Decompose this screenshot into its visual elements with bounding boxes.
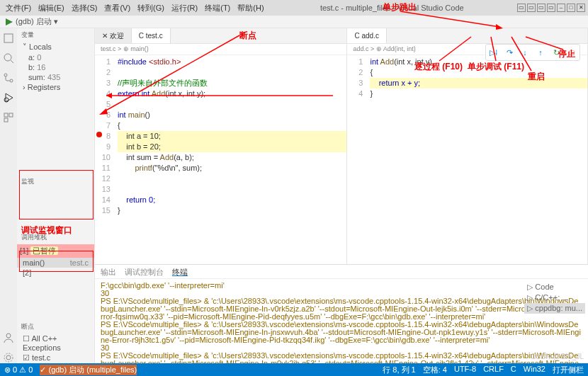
anno-watch-box [19,170,94,220]
stop-button[interactable]: □ [565,46,578,59]
layout-icon[interactable]: ▭ [527,4,536,12]
svg-rect-1 [4,34,13,42]
window-controls: ▭ ▭ ▭ ▭ – □ ✕ [517,4,585,12]
layout-icon[interactable]: ▭ [537,4,545,12]
status-sidebar[interactable]: 打开侧栏 [553,365,584,375]
svg-point-13 [4,353,13,362]
scm-icon[interactable] [3,72,14,84]
var-sum[interactable]: sum: 435 [17,72,94,82]
breakpoint-marker[interactable] [96,132,102,137]
svg-line-3 [11,60,13,63]
term-item[interactable]: ▷ cppdbg: mu... [524,303,585,314]
svg-marker-0 [6,18,13,25]
activity-bar [0,28,17,363]
menu-run[interactable]: 运行(R) [169,1,200,15]
var-b[interactable]: b: 16 [17,62,94,72]
breakpoints-section[interactable]: 断点 [17,320,94,334]
menu-help[interactable]: 帮助(H) [234,1,266,15]
variables-section[interactable]: 变量 [17,28,94,42]
status-cursor[interactable]: 行 8, 列 1 [383,365,415,375]
maximize-icon[interactable]: □ [567,4,575,12]
titlebar: 文件(F) 编辑(E) 选择(S) 查看(V) 转到(G) 运行(R) 终端(T… [0,0,588,16]
gear-icon[interactable] [3,352,14,363]
debug-controls: ▷⁞ ↷ ↓ ↑ ↻ □ [485,44,580,61]
terminal-output[interactable]: F:\gcc\bin\gdb.exe' '--interpreter=mi' 3… [95,279,588,363]
svg-rect-8 [4,113,8,117]
bp-testc[interactable]: ☑ test.c [17,353,94,363]
play-icon[interactable] [6,18,13,25]
breadcrumb-left[interactable]: test.c > ⊕ main() [95,44,346,55]
terminal-tabs: 输出 调试控制台 终端 [95,265,588,279]
status-bar: ⊗ 0 ⚠ 0 ✓ (gdb) 启动 (multiple_files) 行 8,… [0,363,588,376]
menu-goto[interactable]: 转到(G) [135,1,167,15]
menu-select[interactable]: 选择(S) [69,1,101,15]
tab-welcome[interactable]: ✕ 欢迎 [95,28,132,43]
layout-icon[interactable]: ▭ [517,4,526,12]
menu-view[interactable]: 查看(V) [101,1,133,15]
svg-point-2 [4,54,11,61]
svg-point-12 [6,355,11,360]
watermark: CSDN @GIS_JL [531,353,584,360]
status-problems[interactable]: ⊗ 0 ⚠ 0 [4,365,33,375]
var-a[interactable]: a: 0 [17,52,94,62]
menu-edit[interactable]: 编辑(E) [35,1,67,15]
locals-group[interactable]: ˅ Locals [17,42,94,52]
bp-exceptions[interactable]: ☐ All C++ Exceptions [17,334,94,353]
anno-paused-box [19,251,94,272]
tab-bar-left: ✕ 欢迎 C test.c [95,28,346,44]
menu-bar: 文件(F) 编辑(E) 选择(S) 查看(V) 转到(G) 运行(R) 终端(T… [3,1,267,15]
status-eol[interactable]: CRLF [483,365,504,375]
debug-config[interactable]: (gdb) 启动 ▾ [16,16,58,27]
status-indent[interactable]: 空格: 4 [423,365,447,375]
layout-icon[interactable]: ▭ [547,4,555,12]
tab-output[interactable]: 输出 [101,267,116,276]
term-item[interactable]: ▷ Code [524,282,585,292]
status-lang[interactable]: C [511,365,516,375]
status-platform[interactable]: Win32 [524,365,545,375]
registers-group[interactable]: › Registers [17,82,94,92]
extensions-icon[interactable] [3,112,14,123]
tab-addc[interactable]: C add.c [347,28,386,43]
debug-icon[interactable] [3,92,14,103]
tab-debug-console[interactable]: 调试控制台 [125,267,164,276]
status-debug[interactable]: ✓ (gdb) 启动 (multiple_files) [40,365,137,375]
svg-rect-9 [9,113,13,117]
svg-rect-10 [4,118,8,122]
tab-terminal[interactable]: 终端 [172,267,188,276]
svg-point-11 [6,334,11,338]
explorer-icon[interactable] [3,33,14,44]
svg-point-4 [4,74,7,76]
callstack-section[interactable]: 调用堆栈 [17,231,94,244]
minimize-icon[interactable]: – [557,4,565,12]
tab-bar-right: C add.c [347,28,587,44]
step-into-button[interactable]: ↓ [519,46,531,59]
window-title: test.c - multiple_files - Visual Studio … [267,4,517,12]
search-icon[interactable] [3,52,14,64]
tab-testc[interactable]: C test.c [132,28,171,43]
status-encoding[interactable]: UTF-8 [454,365,476,375]
svg-point-5 [10,79,13,82]
terminal-list: ▷ Code ▷ C/C++: ... ▷ cppdbg: mu... [524,282,585,314]
step-over-button[interactable]: ↷ [503,46,516,59]
menu-file[interactable]: 文件(F) [3,1,34,15]
account-icon[interactable] [3,332,14,343]
debug-toolbar: (gdb) 启动 ▾ [0,16,588,28]
continue-button[interactable]: ▷⁞ [487,46,500,59]
step-out-button[interactable]: ↑ [534,46,547,59]
terminal-panel: 输出 调试控制台 终端 F:\gcc\bin\gdb.exe' '--inter… [95,264,588,363]
menu-terminal[interactable]: 终端(T) [202,1,233,15]
restart-button[interactable]: ↻ [550,46,562,59]
term-item[interactable]: ▷ C/C++: ... [524,292,585,303]
close-icon[interactable]: ✕ [577,4,585,12]
